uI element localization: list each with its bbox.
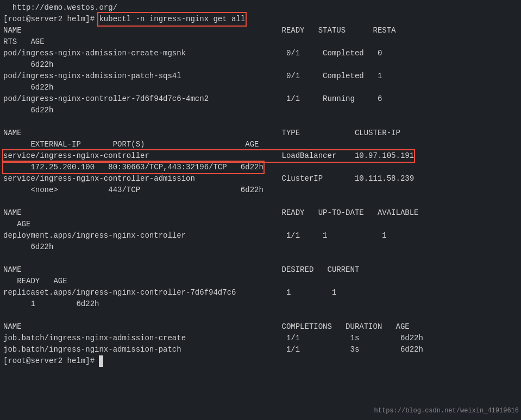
pod1-row: pod/ingress-nginx-admission-create-mgsnk… [3,48,518,59]
deploy1-row: deployment.apps/ingress-nginx-controller… [3,230,518,241]
prompt: [root@server2 helm]# [3,15,99,23]
pod2-age: 6d22h [3,82,518,93]
svc-header: NAME TYPE CLUSTER-IP [3,128,518,139]
rs1-detail: 1 6d22h [3,298,518,310]
deploy-header-cont: AGE [3,219,518,230]
blank3 [3,253,518,264]
svc2-row: service/ingress-nginx-controller-admissi… [3,173,518,184]
pod3-age: 6d22h [3,105,518,116]
blank4 [3,310,518,321]
cursor [99,355,103,367]
blank1 [3,116,518,128]
deploy-header: NAME READY UP-TO-DATE AVAILABLE [3,207,518,219]
terminal: http://demo.westos.org/ [root@server2 he… [0,0,521,420]
final-prompt[interactable]: [root@server2 helm]# [3,355,518,367]
command-text: kubectl -n ingress-nginx get all [99,14,245,25]
job-header: NAME COMPLETIONS DURATION AGE [3,321,518,333]
pods-header: NAME READY STATUS RESTA [3,25,518,36]
svc1-detail: 172.25.200.100 80:30663/TCP,443:32196/TC… [3,162,263,173]
blank2 [3,196,518,207]
deploy1-age: 6d22h [3,241,518,253]
svc-header-cont: EXTERNAL-IP PORT(S) AGE [3,139,518,150]
svc2-detail: <none> 443/TCP 6d22h [3,184,518,196]
url-line: http://demo.westos.org/ [3,2,518,14]
job2-row: job.batch/ingress-nginx-admission-patch … [3,344,518,355]
job1-row: job.batch/ingress-nginx-admission-create… [3,333,518,344]
pod1-age: 6d22h [3,59,518,71]
pod3-status: Running [323,94,355,103]
rs-header-cont: READY AGE [3,276,518,287]
svc1-row: service/ingress-nginx-controller LoadBal… [3,150,414,162]
pod3-row: pod/ingress-nginx-controller-7d6f94d7c6-… [3,93,518,105]
pods-header-cont: RTS AGE [3,36,518,48]
rs1-row: replicaset.apps/ingress-nginx-controller… [3,287,518,298]
pod2-status: Completed [323,72,364,80]
watermark: https://blog.csdn.net/weixin_41919616 [372,406,521,416]
command-line: [root@server2 helm]# kubectl -n ingress-… [3,14,518,25]
pod1-status: Completed [323,49,364,58]
rs-header: NAME DESIRED CURRENT [3,264,518,276]
pod2-row: pod/ingress-nginx-admission-patch-sqs4l … [3,71,518,82]
